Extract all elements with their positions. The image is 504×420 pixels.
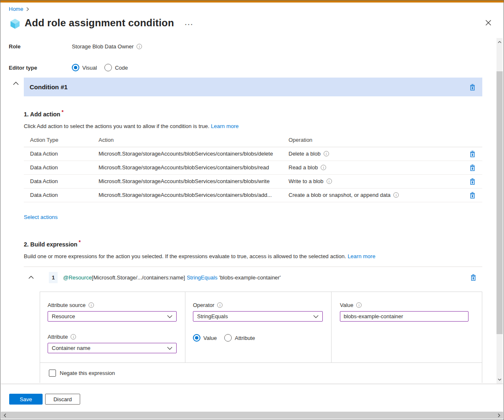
actions-table: Action Type Action Operation Data Action… <box>24 133 482 202</box>
condition-delete-button[interactable] <box>469 83 476 91</box>
operator-dropdown[interactable]: StringEquals <box>193 311 323 322</box>
save-button[interactable]: Save <box>9 394 43 405</box>
expression-index-badge: 1 <box>49 272 58 283</box>
negate-checkbox[interactable] <box>49 370 56 377</box>
editor-type-code-radio[interactable]: Code <box>104 64 128 71</box>
expression-resource-part: @Resource <box>63 274 92 281</box>
attribute-source-value: Resource <box>52 313 167 319</box>
cell-action-type: Data Action <box>30 192 99 198</box>
vertical-scrollbar[interactable] <box>496 38 503 384</box>
scroll-down-icon[interactable] <box>496 376 503 383</box>
role-value: Storage Blob Data Owner <box>72 43 134 50</box>
actions-table-header: Action Type Action Operation <box>24 133 482 147</box>
chevron-down-icon <box>313 315 319 318</box>
page-title: Add role assignment condition <box>25 17 174 29</box>
build-expression-learn-more-link[interactable]: Learn more <box>347 253 375 259</box>
cell-operation: Write to a blob <box>289 178 324 184</box>
table-row: Data Action Microsoft.Storage/storageAcc… <box>24 175 482 189</box>
negate-label: Negate this expression <box>60 370 115 376</box>
expression-delete-button[interactable] <box>469 273 477 282</box>
condition-collapse-button[interactable] <box>9 78 24 96</box>
value-radio[interactable]: Value <box>193 334 217 342</box>
cell-action-type: Data Action <box>30 164 99 171</box>
add-action-description-text: Click Add action to select the actions y… <box>24 123 209 129</box>
col-header-action: Action <box>99 137 289 143</box>
close-icon[interactable] <box>484 19 492 26</box>
build-expression-heading: 2. Build expression* <box>24 239 482 248</box>
operation-info-icon[interactable] <box>324 151 329 156</box>
value-field: Value <box>340 302 469 322</box>
role-info-icon[interactable] <box>137 44 142 49</box>
cell-action-type: Data Action <box>30 151 99 157</box>
value-attribute-radio-group: Value Attribute <box>193 334 323 342</box>
breadcrumb: Home <box>9 6 504 12</box>
editor-type-row: Editor type Visual Code <box>9 64 482 71</box>
expression-value-part: 'blobs-example-container' <box>219 274 281 281</box>
vertical-scrollbar-thumb[interactable] <box>496 71 503 334</box>
attribute-info-icon[interactable] <box>71 334 76 340</box>
attribute-dropdown[interactable]: Container name <box>48 343 177 353</box>
table-row: Data Action Microsoft.Storage/storageAcc… <box>24 189 482 202</box>
expression-text: @Resource[Microsoft.Storage/.../containe… <box>63 274 281 281</box>
page-header: Add role assignment condition ··· <box>9 17 504 29</box>
expression-builder-panel: Attribute source Resource Attribute Cont… <box>40 292 482 383</box>
trash-icon <box>469 164 476 171</box>
scroll-right-icon[interactable] <box>496 412 502 419</box>
cell-operation: Read a blob <box>289 164 318 171</box>
operator-info-icon[interactable] <box>217 302 223 308</box>
cell-action: Microsoft.Storage/storageAccounts/blobSe… <box>99 178 289 184</box>
table-row: Data Action Microsoft.Storage/storageAcc… <box>24 161 482 175</box>
trash-icon <box>469 84 476 91</box>
operator-value: StringEquals <box>197 313 313 319</box>
attribute-value: Container name <box>52 345 167 351</box>
add-action-description: Click Add action to select the actions y… <box>24 123 482 129</box>
chevron-up-icon <box>13 82 19 85</box>
condition-title-bar: Condition #1 <box>24 78 482 96</box>
row-delete-button[interactable] <box>469 191 476 199</box>
expression-summary-row: 1 @Resource[Microsoft.Storage/.../contai… <box>9 270 482 284</box>
breadcrumb-home-link[interactable]: Home <box>9 6 23 12</box>
required-asterisk: * <box>61 109 63 115</box>
radio-selected-icon <box>72 64 79 71</box>
operation-info-icon[interactable] <box>327 179 332 184</box>
editor-type-visual-radio[interactable]: Visual <box>72 64 97 71</box>
editor-type-label: Editor type <box>9 65 72 71</box>
add-action-learn-more-link[interactable]: Learn more <box>211 123 238 129</box>
row-delete-button[interactable] <box>469 177 476 186</box>
build-expression-description: Build one or more expressions for the ac… <box>24 253 482 259</box>
col-header-action-type: Action Type <box>30 137 99 143</box>
value-input[interactable] <box>340 311 469 322</box>
cell-action: Microsoft.Storage/storageAccounts/blobSe… <box>99 151 289 157</box>
attribute-source-info-icon[interactable] <box>89 302 94 308</box>
scroll-left-icon[interactable] <box>2 412 8 419</box>
discard-button[interactable]: Discard <box>45 394 80 405</box>
col-header-operation: Operation <box>289 137 463 143</box>
attribute-source-column: Attribute source Resource Attribute Cont… <box>40 292 185 362</box>
operator-column: Operator StringEquals Value <box>185 292 332 362</box>
condition-title: Condition #1 <box>30 83 68 91</box>
value-radio-label: Value <box>203 335 217 341</box>
chevron-right-icon <box>26 7 29 11</box>
expression-builder-grid: Attribute source Resource Attribute Cont… <box>40 292 482 363</box>
value-label: Value <box>340 302 353 308</box>
attribute-radio[interactable]: Attribute <box>224 334 255 342</box>
condition-header: Condition #1 <box>9 78 482 96</box>
trash-icon <box>469 151 476 157</box>
more-options-icon[interactable]: ··· <box>185 21 194 28</box>
role-row: Role Storage Blob Data Owner <box>9 43 482 50</box>
trash-icon <box>469 178 476 185</box>
row-delete-button[interactable] <box>469 163 476 172</box>
radio-selected-icon <box>193 334 200 342</box>
main-content: Role Storage Blob Data Owner Editor type… <box>1 38 496 384</box>
select-actions-link[interactable]: Select actions <box>24 214 58 220</box>
value-info-icon[interactable] <box>356 302 362 308</box>
horizontal-scrollbar[interactable] <box>1 412 503 419</box>
row-delete-button[interactable] <box>469 150 476 158</box>
scroll-up-icon[interactable] <box>496 39 503 45</box>
footer-bar: Save Discard <box>1 384 503 412</box>
attribute-source-dropdown[interactable]: Resource <box>48 311 177 322</box>
chevron-down-icon <box>167 347 172 350</box>
operation-info-icon[interactable] <box>321 165 326 170</box>
expression-collapse-button[interactable] <box>28 276 39 279</box>
operation-info-icon[interactable] <box>393 192 399 198</box>
